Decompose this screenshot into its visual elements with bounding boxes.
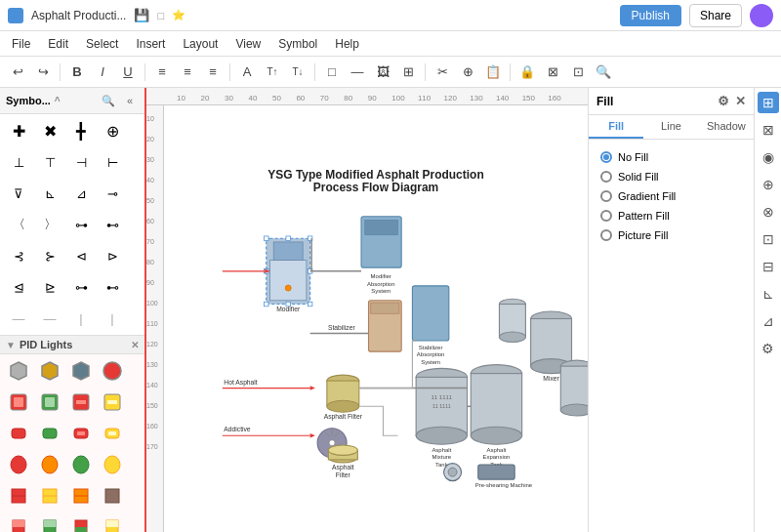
sym-item[interactable]: ⊳	[98, 241, 127, 270]
sym-item[interactable]: 〉	[35, 210, 64, 239]
section-close-icon[interactable]: ✕	[131, 340, 139, 350]
tab-shadow[interactable]: Shadow	[699, 115, 754, 139]
pid-light-item[interactable]	[35, 481, 64, 511]
menu-help[interactable]: Help	[327, 35, 367, 53]
lock-button[interactable]: 🔒	[515, 61, 539, 84]
sym-item[interactable]: ⊲	[66, 241, 96, 270]
bold-button[interactable]: B	[65, 61, 89, 84]
far-right-icon-9[interactable]: ⊿	[758, 310, 779, 332]
pid-light-item[interactable]	[66, 512, 96, 532]
pid-light-item[interactable]	[35, 356, 64, 386]
redo-button[interactable]: ↪	[31, 61, 55, 84]
sym-item[interactable]: ⊷	[98, 210, 127, 239]
tab-fill[interactable]: Fill	[589, 115, 643, 139]
radio-pattern-fill[interactable]	[600, 210, 612, 222]
sym-item[interactable]: —	[4, 304, 33, 333]
sym-item[interactable]: ⊢	[98, 147, 127, 177]
pid-light-item[interactable]	[35, 388, 64, 417]
pid-light-item[interactable]	[66, 388, 96, 417]
menu-edit[interactable]: Edit	[40, 35, 76, 53]
pid-light-item[interactable]	[98, 512, 127, 532]
sym-item[interactable]: ⊷	[98, 272, 127, 302]
radio-no-fill[interactable]	[600, 151, 612, 163]
copy-button[interactable]: ⊕	[456, 61, 479, 84]
sym-item[interactable]: ⊾	[35, 179, 64, 208]
sym-item[interactable]: ⊕	[98, 116, 127, 145]
fill-option-gradient[interactable]: Gradient Fill	[596, 186, 746, 206]
pid-light-item[interactable]	[98, 419, 127, 448]
diagram-svg[interactable]: YSG Type Modified Asphalt Production Pro…	[164, 105, 588, 532]
sym-item[interactable]: ⊸	[98, 179, 127, 208]
window-control-1[interactable]: □	[157, 10, 164, 21]
pid-light-item[interactable]	[4, 388, 33, 417]
tab-line[interactable]: Line	[643, 115, 698, 139]
paste-button[interactable]: 📋	[481, 61, 505, 84]
shape-button[interactable]: □	[320, 61, 344, 84]
radio-picture-fill[interactable]	[600, 229, 612, 241]
pid-light-item[interactable]	[4, 450, 33, 479]
sym-item[interactable]: ⊤	[35, 147, 64, 177]
cut-button[interactable]: ✂	[431, 61, 454, 84]
far-right-icon-2[interactable]: ⊠	[758, 119, 779, 141]
user-avatar[interactable]	[750, 4, 773, 27]
sidebar-collapse-icon[interactable]: «	[121, 92, 139, 109]
pid-light-item[interactable]	[98, 450, 127, 479]
pid-light-item[interactable]	[4, 481, 33, 511]
canvas-area[interactable]: 10 20 30 40 50 60 70 80 90 100 110 120 1…	[146, 88, 588, 532]
menu-file[interactable]: File	[4, 35, 38, 53]
radio-solid-fill[interactable]	[600, 171, 612, 183]
fill-option-solid[interactable]: Solid Fill	[596, 167, 746, 186]
pid-light-item[interactable]	[35, 512, 64, 532]
section-pid-lights[interactable]: ▼ PID Lights ✕	[0, 335, 144, 354]
fill-option-no-fill[interactable]: No Fill	[596, 147, 746, 167]
far-right-icon-6[interactable]: ⊡	[758, 228, 779, 250]
fill-panel-close-icon[interactable]: ✕	[735, 94, 746, 108]
pid-light-item[interactable]	[4, 356, 33, 386]
sym-item[interactable]: ⊣	[66, 147, 96, 177]
align-center-button[interactable]: ≡	[176, 61, 199, 84]
menu-symbol[interactable]: Symbol	[270, 35, 325, 53]
pid-light-item[interactable]	[66, 356, 96, 386]
sym-item[interactable]: ⊥	[4, 147, 33, 177]
sym-item[interactable]: 〈	[4, 210, 33, 239]
image-button[interactable]: 🖼	[371, 61, 394, 84]
sym-item[interactable]: ✚	[4, 116, 33, 145]
font-size-button[interactable]: T↑	[261, 61, 284, 84]
window-control-2[interactable]: ⭐	[172, 9, 185, 21]
radio-gradient-fill[interactable]	[600, 190, 612, 202]
far-right-icon-1[interactable]: ⊞	[758, 92, 779, 113]
group-button[interactable]: ⊠	[541, 61, 564, 84]
text-color-button[interactable]: A	[235, 61, 259, 84]
pid-light-item[interactable]	[66, 481, 96, 511]
publish-button[interactable]: Publish	[620, 5, 681, 26]
pid-light-item[interactable]	[4, 512, 33, 532]
pid-light-item[interactable]	[98, 388, 127, 417]
pid-light-item[interactable]	[4, 419, 33, 448]
zoom-button[interactable]: 🔍	[592, 61, 615, 84]
fill-option-picture[interactable]: Picture Fill	[596, 225, 746, 245]
font-decrease-button[interactable]: T↓	[286, 61, 309, 84]
pid-light-item[interactable]	[66, 419, 96, 448]
line-button[interactable]: —	[346, 61, 369, 84]
far-right-icon-4[interactable]: ⊕	[758, 174, 779, 195]
sidebar-search-icon[interactable]: 🔍	[100, 92, 117, 109]
far-right-icon-7[interactable]: ⊟	[758, 256, 779, 277]
share-button[interactable]: Share	[689, 4, 742, 27]
sym-item[interactable]: ⊿	[66, 179, 96, 208]
sym-item[interactable]: ⊱	[35, 241, 64, 270]
sym-item[interactable]: ⊴	[4, 272, 33, 302]
canvas-content[interactable]: YSG Type Modified Asphalt Production Pro…	[164, 105, 588, 532]
pid-light-item[interactable]	[35, 450, 64, 479]
sym-item[interactable]: ⊰	[4, 241, 33, 270]
sym-item[interactable]: |	[66, 304, 96, 333]
sym-item[interactable]: ✖	[35, 116, 64, 145]
menu-select[interactable]: Select	[78, 35, 126, 53]
sym-item[interactable]: ⊵	[35, 272, 64, 302]
table-button[interactable]: ⊞	[396, 61, 420, 84]
far-right-icon-8[interactable]: ⊾	[758, 283, 779, 305]
far-right-icon-10[interactable]: ⚙	[758, 338, 779, 359]
sym-item[interactable]: ⊽	[4, 179, 33, 208]
menu-view[interactable]: View	[227, 35, 268, 53]
sym-item[interactable]: ⊶	[66, 210, 96, 239]
undo-button[interactable]: ↩	[6, 61, 29, 84]
